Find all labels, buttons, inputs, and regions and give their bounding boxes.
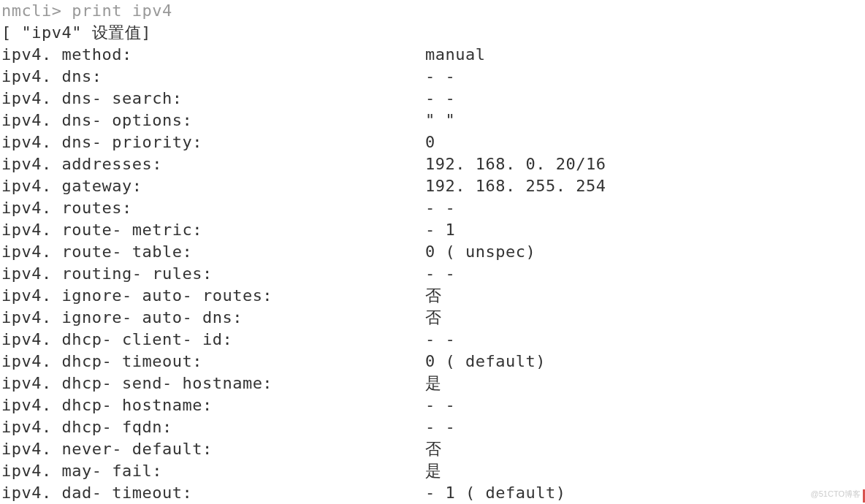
property-value: 192. 168. 255. 254 bbox=[425, 175, 606, 197]
property-row: ipv4. routing- rules:- - bbox=[1, 263, 864, 285]
property-key: ipv4. addresses: bbox=[1, 153, 425, 175]
property-key: ipv4. dad- timeout: bbox=[1, 482, 425, 504]
property-value: - 1 bbox=[425, 219, 455, 241]
property-row: ipv4. route- metric:- 1 bbox=[1, 219, 864, 241]
property-row: ipv4. method:manual bbox=[1, 44, 864, 66]
property-value: 0 ( default) bbox=[425, 351, 546, 373]
properties-list: ipv4. method:manualipv4. dns:- -ipv4. dn… bbox=[1, 44, 864, 504]
section-header: [ "ipv4" 设置值] bbox=[1, 22, 864, 44]
property-value: - - bbox=[425, 88, 455, 110]
property-key: ipv4. gateway: bbox=[1, 175, 425, 197]
property-key: ipv4. dns- options: bbox=[1, 110, 425, 131]
property-row: ipv4. dns- search:- - bbox=[1, 88, 864, 110]
property-value: 0 ( unspec) bbox=[425, 241, 536, 263]
property-key: ipv4. never- default: bbox=[1, 438, 425, 460]
property-row: ipv4. dns:- - bbox=[1, 66, 864, 88]
property-key: ipv4. ignore- auto- routes: bbox=[1, 285, 425, 307]
property-value: - - bbox=[425, 197, 455, 219]
property-row: ipv4. may- fail:是 bbox=[1, 460, 864, 482]
property-value: - - bbox=[425, 394, 455, 416]
property-value: 是 bbox=[425, 460, 442, 482]
property-key: ipv4. dhcp- send- hostname: bbox=[1, 373, 425, 394]
property-row: ipv4. dhcp- client- id:- - bbox=[1, 329, 864, 351]
property-key: ipv4. ignore- auto- dns: bbox=[1, 307, 425, 329]
property-value: - 1 ( default) bbox=[425, 482, 565, 504]
terminal-output[interactable]: nmcli> print ipv4 [ "ipv4" 设置值] ipv4. me… bbox=[0, 0, 865, 504]
property-row: ipv4. route- table:0 ( unspec) bbox=[1, 241, 864, 263]
property-key: ipv4. dhcp- client- id: bbox=[1, 329, 425, 351]
property-row: ipv4. dhcp- hostname:- - bbox=[1, 394, 864, 416]
property-row: ipv4. gateway:192. 168. 255. 254 bbox=[1, 175, 864, 197]
property-row: ipv4. addresses:192. 168. 0. 20/16 bbox=[1, 153, 864, 175]
property-key: ipv4. dns- search: bbox=[1, 88, 425, 110]
property-key: ipv4. dns: bbox=[1, 66, 425, 88]
property-value: - - bbox=[425, 416, 455, 438]
property-value: 0 bbox=[425, 131, 435, 153]
property-row: ipv4. ignore- auto- dns:否 bbox=[1, 307, 864, 329]
property-value: 是 bbox=[425, 373, 442, 394]
property-value: " " bbox=[425, 110, 455, 131]
property-key: ipv4. dns- priority: bbox=[1, 131, 425, 153]
property-row: ipv4. dns- priority:0 bbox=[1, 131, 864, 153]
property-row: ipv4. dad- timeout:- 1 ( default) bbox=[1, 482, 864, 504]
property-row: ipv4. dns- options:" " bbox=[1, 110, 864, 131]
watermark-text: @51CTO博客 bbox=[811, 489, 861, 500]
property-value: - - bbox=[425, 66, 455, 88]
property-row: ipv4. dhcp- fqdn:- - bbox=[1, 416, 864, 438]
property-row: ipv4. ignore- auto- routes:否 bbox=[1, 285, 864, 307]
property-value: 否 bbox=[425, 438, 442, 460]
property-value: - - bbox=[425, 329, 455, 351]
property-key: ipv4. may- fail: bbox=[1, 460, 425, 482]
property-key: ipv4. dhcp- timeout: bbox=[1, 351, 425, 373]
property-key: ipv4. dhcp- fqdn: bbox=[1, 416, 425, 438]
command-line: nmcli> print ipv4 bbox=[1, 0, 864, 22]
property-row: ipv4. never- default:否 bbox=[1, 438, 864, 460]
property-key: ipv4. route- metric: bbox=[1, 219, 425, 241]
property-value: manual bbox=[425, 44, 485, 66]
property-value: 否 bbox=[425, 307, 442, 329]
property-row: ipv4. dhcp- timeout:0 ( default) bbox=[1, 351, 864, 373]
property-value: 否 bbox=[425, 285, 442, 307]
property-key: ipv4. dhcp- hostname: bbox=[1, 394, 425, 416]
property-row: ipv4. routes:- - bbox=[1, 197, 864, 219]
property-row: ipv4. dhcp- send- hostname:是 bbox=[1, 373, 864, 394]
property-key: ipv4. routing- rules: bbox=[1, 263, 425, 285]
property-key: ipv4. method: bbox=[1, 44, 425, 66]
property-key: ipv4. routes: bbox=[1, 197, 425, 219]
property-key: ipv4. route- table: bbox=[1, 241, 425, 263]
property-value: - - bbox=[425, 263, 455, 285]
property-value: 192. 168. 0. 20/16 bbox=[425, 153, 606, 175]
